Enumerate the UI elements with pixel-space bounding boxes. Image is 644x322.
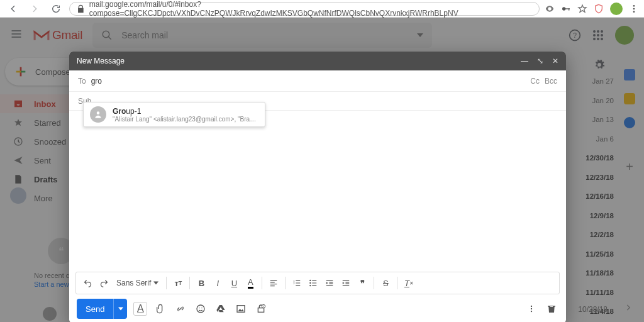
svg-point-33 (531, 311, 532, 312)
restore-icon[interactable]: ⤡ (537, 57, 543, 65)
svg-text:2: 2 (294, 282, 296, 285)
suggestion-detail: "Alistair Lang" <alistair.lang23@gmail.c… (113, 116, 257, 123)
send-options-icon[interactable] (113, 299, 127, 319)
svg-point-24 (310, 285, 311, 286)
svg-point-27 (202, 308, 203, 308)
shield-icon[interactable] (594, 4, 604, 14)
svg-point-4 (633, 8, 635, 9)
more-options-icon[interactable] (525, 302, 538, 316)
clear-format-button[interactable]: T✕ (401, 275, 416, 291)
browser-toolbar: mail.google.com/mail/u/0/#inbox?compose=… (0, 0, 644, 18)
compose-dialog: New Message — ⤡ ✕ To gro Cc Bcc Sub Grou… (69, 52, 566, 322)
kebab-icon[interactable] (629, 4, 639, 14)
reload-button[interactable] (48, 1, 64, 17)
svg-point-22 (310, 280, 311, 281)
confidential-icon[interactable] (254, 302, 268, 316)
svg-rect-29 (258, 308, 264, 313)
bold-button[interactable]: B (194, 275, 209, 291)
link-icon[interactable] (174, 302, 187, 316)
align-button[interactable] (266, 275, 281, 291)
svg-point-32 (531, 308, 532, 309)
quote-button[interactable]: ❞ (355, 275, 370, 291)
drive-icon[interactable] (214, 302, 228, 316)
dialog-titlebar[interactable]: New Message — ⤡ ✕ (69, 52, 566, 70)
url-text: mail.google.com/mail/u/0/#inbox?compose=… (89, 0, 533, 18)
browser-extensions (545, 3, 639, 15)
chevron-down-icon (153, 280, 158, 286)
close-icon[interactable]: ✕ (552, 57, 558, 65)
contact-suggestion[interactable]: Group-1 "Alistair Lang" <alistair.lang23… (83, 102, 265, 127)
undo-button[interactable] (80, 275, 95, 291)
svg-point-19 (97, 111, 100, 114)
svg-point-23 (310, 282, 311, 284)
ordered-list-button[interactable]: 12 (289, 275, 304, 291)
svg-point-26 (199, 308, 200, 308)
key-icon[interactable] (561, 4, 571, 14)
to-label: To (78, 77, 86, 86)
forward-button[interactable] (26, 1, 43, 17)
svg-rect-2 (569, 8, 569, 10)
to-field-row[interactable]: To gro Cc Bcc (69, 70, 566, 92)
indent-less-button[interactable] (322, 275, 337, 291)
svg-point-0 (562, 7, 565, 10)
underline-button[interactable]: U (226, 275, 242, 291)
to-input[interactable]: gro (91, 77, 102, 86)
svg-point-31 (531, 306, 532, 307)
bcc-button[interactable]: Bcc (545, 77, 557, 86)
star-icon[interactable] (577, 4, 587, 14)
send-toolbar: Send A (69, 294, 566, 322)
dialog-title: New Message (77, 57, 125, 65)
format-toolbar: Sans Serif тT B I U A 12 ❞ S T✕ (75, 272, 560, 294)
attach-icon[interactable] (153, 302, 167, 316)
address-bar[interactable]: mail.google.com/mail/u/0/#inbox?compose=… (69, 2, 540, 16)
lock-icon (76, 4, 86, 14)
compose-body[interactable] (69, 111, 566, 272)
font-size-button[interactable]: тT (170, 275, 186, 291)
svg-point-5 (633, 11, 635, 13)
minimize-icon[interactable]: — (521, 57, 528, 65)
send-button[interactable]: Send (77, 299, 127, 319)
svg-point-3 (633, 5, 635, 7)
indent-more-button[interactable] (338, 275, 353, 291)
trash-icon[interactable] (545, 302, 558, 316)
eye-icon[interactable] (545, 4, 555, 14)
text-format-toggle[interactable]: A (133, 302, 147, 316)
gmail-app: Gmail Search mail ? Compose Inbox Starre… (0, 18, 644, 322)
svg-point-25 (197, 305, 204, 313)
unordered-list-button[interactable] (306, 275, 321, 291)
back-button[interactable] (5, 1, 21, 17)
profile-avatar[interactable] (610, 3, 623, 15)
redo-button[interactable] (96, 275, 111, 291)
cc-button[interactable]: Cc (530, 77, 540, 86)
person-icon (90, 106, 106, 123)
font-select[interactable]: Sans Serif (113, 279, 162, 287)
image-icon[interactable] (234, 302, 248, 316)
emoji-icon[interactable] (194, 302, 208, 316)
text-color-button[interactable]: A (243, 275, 258, 291)
italic-button[interactable]: I (210, 275, 225, 291)
send-label: Send (77, 304, 113, 314)
suggestion-name: Group-1 (113, 107, 257, 116)
strike-button[interactable]: S (378, 275, 393, 291)
